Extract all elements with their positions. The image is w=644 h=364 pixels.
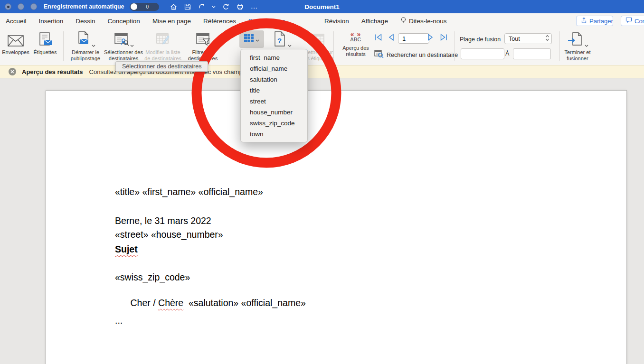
tab-publipostage[interactable]: Publipostage — [248, 18, 285, 25]
tab-accueil[interactable]: Accueil — [6, 18, 27, 25]
minimize-window-button[interactable] — [18, 3, 24, 10]
next-record-button[interactable] — [427, 34, 434, 43]
find-recipient-button[interactable]: Rechercher un destinataire — [374, 50, 458, 60]
redo-icon[interactable] — [222, 3, 230, 10]
rules-icon: ? — [273, 31, 286, 48]
dropdown-item-house-number[interactable]: house_number — [241, 107, 307, 118]
stepper-icon — [545, 35, 549, 43]
save-icon[interactable] — [184, 3, 191, 10]
banner-title: Aperçu des résultats — [22, 68, 83, 75]
preview-results-button[interactable]: « » ABC Aperçu des résultats — [338, 32, 373, 57]
merge-field-line: «swiss_zip_code» — [115, 270, 263, 284]
toggle-knob — [131, 3, 137, 10]
tab-mise-en-page[interactable]: Mise en page — [152, 18, 191, 25]
finish-merge-button[interactable]: Terminer et fusionner — [560, 31, 595, 61]
edit-recipient-list-icon — [155, 32, 170, 48]
autosave-label: Enregistrement automatique — [44, 3, 124, 10]
svg-text:?: ? — [277, 37, 282, 45]
ribbon-tab-bar: Accueil Insertion Dessin Conception Mise… — [0, 13, 644, 29]
ribbon-divider — [454, 31, 455, 61]
share-button[interactable]: Partager — [576, 16, 613, 26]
greeting-pre: Cher / — [131, 298, 159, 308]
labels-icon — [37, 32, 53, 48]
merge-range-to-input[interactable] — [513, 48, 551, 59]
envelopes-button[interactable]: Enveloppes — [2, 31, 29, 56]
tab-references[interactable]: Références — [203, 18, 236, 25]
word-window: Enregistrement automatique 0 … Document1… — [0, 0, 644, 364]
subject-line: Sujet — [115, 244, 138, 255]
record-number-input[interactable] — [398, 33, 429, 44]
filter-recipients-icon — [195, 32, 210, 48]
more-commands-icon[interactable]: … — [250, 2, 258, 10]
dropdown-item-street[interactable]: street — [241, 96, 307, 107]
greeting-misspelled-word: Chère — [158, 298, 183, 308]
toggle-state: 0 — [146, 4, 149, 9]
select-recipients-icon — [114, 32, 129, 48]
dropdown-item-salutation[interactable]: salutation — [241, 74, 307, 85]
title-bar: Enregistrement automatique 0 … Document1 — [0, 0, 644, 13]
ribbon-divider — [63, 31, 64, 61]
share-icon — [581, 17, 587, 25]
document-page[interactable]: «title» «first_name» «official_name» «st… — [46, 90, 627, 364]
merge-range-label: Plage de fusion — [460, 36, 501, 43]
chevron-down-icon — [256, 35, 259, 44]
rules-button[interactable]: ? — [270, 31, 294, 48]
select-recipients-button[interactable]: Sélectionner des destinataires — [104, 31, 143, 61]
chevron-down-icon — [585, 42, 588, 48]
last-record-button[interactable] — [440, 34, 448, 43]
first-record-button[interactable] — [374, 34, 382, 43]
dropdown-item-town[interactable]: town — [241, 129, 307, 140]
home-icon[interactable] — [170, 3, 178, 10]
lightbulb-icon — [400, 17, 407, 26]
find-recipient-icon — [374, 50, 384, 60]
merge-range-from-input[interactable] — [461, 48, 504, 59]
dropdown-item-swiss-zip-code[interactable]: swiss_zip_code — [241, 118, 307, 129]
preview-results-icon: « » ABC — [350, 32, 361, 42]
tab-affichage[interactable]: Affichage — [361, 18, 388, 25]
insert-merge-field-button[interactable] — [239, 30, 264, 48]
edit-recipient-list-button: Modifier la liste de destinataires — [143, 31, 182, 61]
dropdown-item-official-name[interactable]: official_name — [241, 63, 307, 74]
tab-dessin[interactable]: Dessin — [76, 18, 95, 25]
preview-results-banner: Aperçu des résultats Consultez un aperçu… — [0, 65, 644, 78]
autosave-toggle[interactable]: 0 — [130, 3, 159, 11]
chevron-down-icon — [288, 42, 292, 48]
start-mail-merge-icon — [76, 31, 90, 48]
filter-recipients-button[interactable]: Filtrer les destinataires — [183, 31, 222, 61]
comment-icon — [625, 17, 632, 25]
tab-revision[interactable]: Révision — [324, 18, 349, 25]
ellipsis-line: ... — [115, 315, 123, 326]
merge-fields-dropdown: first_name official_name salutation titl… — [240, 49, 308, 142]
document-title: Document1 — [304, 3, 340, 10]
merge-field-line: «title» «first_name» «official_name» — [115, 185, 263, 199]
finish-merge-icon — [567, 32, 583, 48]
ribbon-divider — [333, 31, 334, 61]
dropdown-item-first-name[interactable]: first_name — [241, 52, 307, 63]
greeting-line: Cher / Chère «salutation» «official_name… — [115, 287, 306, 319]
chevron-down-icon — [130, 42, 134, 48]
start-mail-merge-button[interactable]: Démarrer le publipostage — [66, 31, 104, 61]
comments-button[interactable]: Com — [621, 16, 644, 26]
range-to-label: À — [505, 50, 509, 57]
date-line: Berne, le 31 mars 2022 — [115, 215, 211, 226]
ribbon-divider — [559, 31, 560, 61]
update-labels-icon — [311, 33, 325, 48]
chevron-down-icon — [92, 42, 95, 48]
undo-menu-chevron-icon[interactable] — [212, 6, 216, 8]
close-window-button[interactable] — [5, 3, 11, 10]
traffic-lights — [5, 3, 37, 10]
insert-merge-field-icon — [244, 34, 254, 44]
envelope-icon — [7, 35, 24, 48]
print-icon[interactable] — [236, 3, 244, 10]
banner-close-icon[interactable] — [9, 68, 16, 75]
tab-insertion[interactable]: Insertion — [39, 18, 64, 25]
undo-icon[interactable] — [198, 3, 206, 10]
labels-button[interactable]: Étiquettes — [30, 31, 60, 56]
select-recipients-tooltip: Sélectionner des destinataires — [115, 61, 208, 72]
tab-conception[interactable]: Conception — [108, 18, 140, 25]
zoom-window-button[interactable] — [30, 3, 37, 10]
previous-record-button[interactable] — [388, 34, 394, 43]
tab-dites-le-nous[interactable]: Dites-le-nous — [400, 17, 447, 26]
merge-range-select[interactable]: Tout — [504, 33, 552, 44]
dropdown-item-title[interactable]: title — [241, 85, 307, 96]
